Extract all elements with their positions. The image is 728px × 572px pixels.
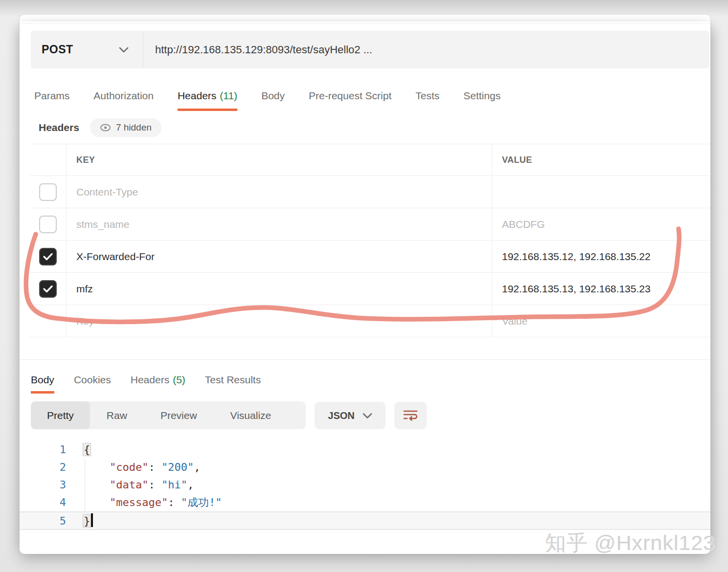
text-cursor [91,513,93,527]
checkmark-icon [43,285,53,293]
headers-count-badge: (11) [220,90,237,102]
chevron-down-icon [363,413,372,419]
tab-settings[interactable]: Settings [463,83,500,111]
line-number: 5 [20,512,66,529]
code-line-current: 5 } [20,511,710,530]
tab-authorization[interactable]: Authorization [93,83,154,111]
format-pretty-button[interactable]: Pretty [31,401,90,429]
row-checkbox-checked[interactable] [39,248,57,265]
new-value-input[interactable]: Value [492,305,710,337]
open-brace: { [83,443,91,456]
hidden-headers-label: 7 hidden [116,122,152,133]
wrap-text-icon [402,408,419,423]
response-tab-cookies[interactable]: Cookies [74,369,111,394]
checkmark-icon [43,252,53,261]
tab-tests[interactable]: Tests [415,83,439,111]
language-dropdown[interactable]: JSON [315,402,386,429]
header-value-field[interactable]: ABCDFG [492,208,710,240]
language-label: JSON [328,410,354,421]
format-preview-button[interactable]: Preview [144,401,214,429]
header-value-field[interactable]: 192.168.135.13, 192.168.135.23 [492,273,710,305]
hidden-headers-toggle[interactable]: 7 hidden [90,118,161,137]
watermark: 知乎 @Hxrnkl123 [545,529,715,557]
code-line: 4 "message": "成功!" [20,494,710,511]
panel-hairline [20,23,710,24]
row-checkbox-checked[interactable] [39,280,57,298]
value-column-header: VALUE [492,144,710,176]
line-number: 2 [20,459,66,476]
response-divider [20,359,710,360]
app-panel: POST http://192.168.135.129:8093/test/sa… [20,22,710,554]
tab-pre-request-script[interactable]: Pre-request Script [309,83,391,111]
row-checkbox-unchecked[interactable] [39,183,57,201]
method-dropdown[interactable]: POST [31,31,143,68]
tab-headers[interactable]: Headers (11) [178,83,237,111]
header-value-field[interactable]: 192.168.135.12, 192.168.135.22 [492,241,710,272]
response-headers-count-badge: (5) [173,374,185,386]
code-line: 1 { [20,441,710,459]
new-key-input[interactable]: Key [66,305,492,337]
headers-section-header: Headers 7 hidden [39,118,161,137]
header-key-field[interactable]: X-Forwarded-For [66,241,492,272]
table-row-placeholder: Key Value [29,305,710,337]
format-raw-button[interactable]: Raw [90,401,144,429]
code-line: 3 "data": "hi", [20,476,710,494]
table-row: mfz 192.168.135.13, 192.168.135.23 [29,273,710,305]
response-format-switch: Pretty Raw Preview Visualize [31,401,306,429]
tab-params[interactable]: Params [34,83,69,111]
method-label: POST [42,43,73,56]
table-row: Content-Type [29,176,710,208]
code-line: 2 "code": "200", [20,459,710,476]
row-checkbox-unchecked[interactable] [39,216,57,233]
tab-body[interactable]: Body [261,83,285,111]
response-tabs: Body Cookies Headers (5) Test Results [31,369,261,394]
wrap-text-button[interactable] [394,402,427,429]
request-tabs: Params Authorization Headers (11) Body P… [34,83,500,111]
response-tab-body[interactable]: Body [31,369,54,394]
table-row: X-Forwarded-For 192.168.135.12, 192.168.… [29,241,710,273]
url-text: http://192.168.135.129:8093/test/sayHell… [155,44,372,56]
header-key-field[interactable]: mfz [66,273,492,305]
line-number: 3 [20,476,66,494]
table-header-row: KEY VALUE [29,144,710,176]
header-value-field[interactable] [492,176,710,208]
key-column-header: KEY [66,144,492,176]
response-tab-headers[interactable]: Headers (5) [131,369,185,394]
chevron-down-icon [118,46,129,53]
line-number: 1 [20,441,66,459]
request-url-bar: POST http://192.168.135.129:8093/test/sa… [31,31,709,68]
response-tab-test-results[interactable]: Test Results [205,369,261,394]
header-key-field[interactable]: stms_name [66,208,492,240]
url-input[interactable]: http://192.168.135.129:8093/test/sayHell… [143,31,709,68]
eye-icon [100,124,111,132]
close-brace: } [83,515,91,527]
header-key-field[interactable]: Content-Type [66,176,492,208]
format-visualize-button[interactable]: Visualize [214,401,288,429]
headers-section-title: Headers [39,122,79,133]
line-number: 4 [20,494,66,511]
table-row: stms_name ABCDFG [29,208,710,241]
headers-table: KEY VALUE Content-Type stms_name ABCDFG … [29,144,710,337]
response-body-code[interactable]: 1 { 2 "code": "200", 3 "data": "hi", 4 "… [20,441,710,530]
